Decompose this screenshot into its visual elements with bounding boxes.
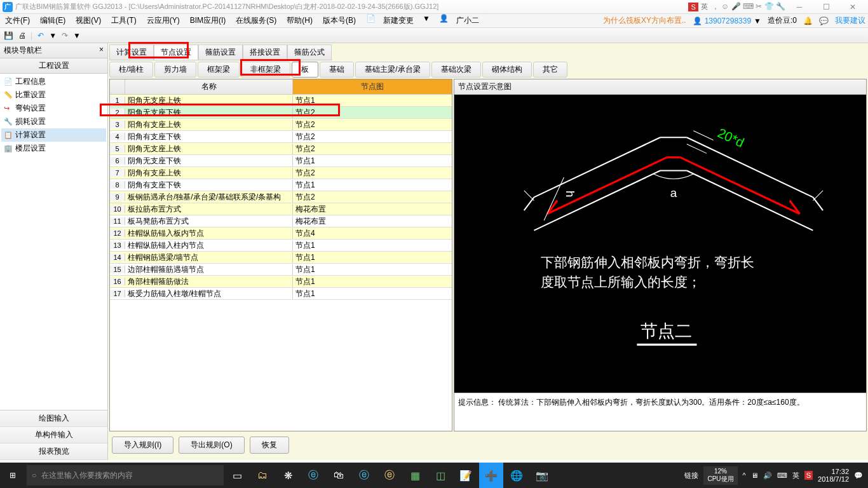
table-row[interactable]: 11板马凳筋布置方式梅花布置: [110, 215, 452, 227]
tray-kb-icon[interactable]: ⌨: [777, 471, 787, 480]
table-row[interactable]: 9板钢筋遇承台/独基/承台梁/基础联系梁/条基构节点2: [110, 191, 452, 203]
clock[interactable]: 17:32 2018/7/12: [818, 468, 849, 483]
suggest-link[interactable]: 我要建议: [835, 15, 865, 26]
import-button[interactable]: 导入规则(I): [112, 437, 173, 454]
row-node[interactable]: 节点2: [293, 168, 452, 179]
menu-help[interactable]: 帮助(H): [284, 14, 315, 27]
table-row[interactable]: 10板拉筋布置方式梅花布置: [110, 203, 452, 215]
row-node[interactable]: 节点4: [293, 228, 452, 239]
tab-lap-settings[interactable]: 搭接设置: [243, 44, 287, 60]
explorer-icon[interactable]: 🗂: [250, 463, 275, 488]
start-button[interactable]: ⊞: [0, 463, 25, 488]
table-row[interactable]: 17板受力筋锚入柱墩/柱帽节点节点1: [110, 288, 452, 300]
app-icon-2[interactable]: ▦: [403, 463, 427, 488]
sidebar-btn-report[interactable]: 报表预览: [0, 444, 107, 460]
row-node[interactable]: 节点1: [293, 276, 452, 287]
menu-edit[interactable]: 编辑(E): [37, 14, 68, 27]
sidebar-close-icon[interactable]: ×: [99, 45, 104, 56]
row-node[interactable]: 节点1: [293, 156, 452, 166]
menu-version[interactable]: 版本号(B): [320, 14, 358, 27]
tab-masonry[interactable]: 砌体结构: [482, 62, 532, 78]
print-icon[interactable]: 🖨: [17, 30, 28, 41]
maximize-button[interactable]: ☐: [813, 1, 839, 13]
tab-other[interactable]: 其它: [533, 62, 567, 78]
table-row[interactable]: 14柱帽钢筋遇梁/墙节点节点1: [110, 252, 452, 264]
row-node[interactable]: 节点1: [293, 288, 452, 299]
row-node[interactable]: 节点2: [293, 132, 452, 142]
row-node[interactable]: 梅花布置: [293, 204, 452, 215]
tab-frame-beam[interactable]: 框架梁: [198, 62, 240, 78]
row-node[interactable]: 节点2: [293, 144, 452, 154]
minimize-button[interactable]: ─: [787, 1, 812, 13]
table-row[interactable]: 16角部柱帽箍筋做法节点1: [110, 276, 452, 288]
menu-view[interactable]: 视图(V): [73, 14, 104, 27]
tab-stirrup-settings[interactable]: 箍筋设置: [198, 44, 243, 60]
menu-cloud[interactable]: 云应用(Y): [144, 14, 182, 27]
tab-foundation-beam[interactable]: 基础主梁/承台梁: [355, 62, 430, 78]
table-row[interactable]: 12柱帽纵筋锚入板内节点节点4: [110, 227, 452, 240]
row-node[interactable]: 节点1: [293, 240, 452, 251]
row-node[interactable]: 节点2: [293, 192, 452, 203]
link-text[interactable]: 链接: [684, 471, 698, 480]
redo-icon[interactable]: ↷: [59, 30, 71, 41]
user-small[interactable]: 广小二: [454, 14, 482, 27]
phone-number[interactable]: 13907298339: [705, 17, 751, 25]
tree-item-project-info[interactable]: 📄工程信息: [1, 75, 106, 88]
table-row[interactable]: 4阳角有支座下铁节点2: [110, 131, 452, 143]
task-view-icon[interactable]: ▭: [225, 463, 249, 488]
cpu-meter[interactable]: 12% CPU使用: [703, 466, 737, 485]
tray-lang[interactable]: 英: [792, 471, 799, 480]
sidebar-btn-draw[interactable]: 绘图输入: [0, 410, 107, 427]
row-node[interactable]: 节点1: [293, 252, 452, 263]
save-icon[interactable]: 💾: [3, 30, 14, 41]
edge-icon[interactable]: ⓔ: [352, 463, 376, 488]
table-row[interactable]: 6阴角无支座下铁节点1: [110, 155, 452, 167]
chat-icon[interactable]: 💬: [819, 17, 829, 25]
search-box[interactable]: ○ 在这里输入你要搜索的内容: [27, 465, 224, 485]
ie2-icon[interactable]: ⓔ: [377, 463, 402, 488]
row-node[interactable]: 节点1: [293, 264, 452, 275]
store-icon[interactable]: 🛍: [327, 463, 351, 488]
menu-file[interactable]: 文件(F): [3, 14, 32, 27]
row-node[interactable]: 节点1: [293, 180, 452, 191]
table-row[interactable]: 8阴角有支座下铁节点1: [110, 179, 452, 191]
table-row[interactable]: 15边部柱帽箍筋遇墙节点节点1: [110, 264, 452, 276]
row-node[interactable]: 梅花布置: [293, 216, 452, 227]
notice-link[interactable]: 为什么筏板XY方向布置..: [603, 15, 686, 26]
tab-stirrup-formula[interactable]: 箍筋公式: [287, 44, 332, 60]
table-row[interactable]: 13柱帽纵筋锚入柱内节点节点1: [110, 240, 452, 252]
menu-new-change[interactable]: 新建变更: [381, 14, 416, 27]
tab-foundation-sub[interactable]: 基础次梁: [431, 62, 481, 78]
tab-foundation[interactable]: 基础: [320, 62, 354, 78]
menu-tools[interactable]: 工具(T): [109, 14, 139, 27]
tray-sound-icon[interactable]: 🔊: [763, 471, 772, 480]
restore-button[interactable]: 恢复: [250, 437, 289, 454]
tree-item-hook[interactable]: ↪弯钩设置: [1, 102, 106, 115]
bell-icon[interactable]: 🔔: [803, 17, 813, 25]
tree-item-weight[interactable]: 📏比重设置: [1, 88, 106, 102]
ime-icons[interactable]: ， ☺ 🎤 ⌨ ✂ 👕 🔧: [712, 1, 785, 12]
close-button[interactable]: ✕: [840, 1, 865, 13]
ie-icon[interactable]: ⓔ: [301, 463, 325, 488]
tray-monitor-icon[interactable]: 🖥: [751, 471, 758, 479]
menu-bim[interactable]: BIM应用(I): [187, 14, 229, 27]
app-icon-1[interactable]: ❋: [276, 463, 300, 488]
tray-up-icon[interactable]: ^: [743, 471, 746, 479]
app-icon-4[interactable]: 📝: [454, 463, 478, 488]
tree-item-floor[interactable]: 🏢楼层设置: [1, 142, 106, 155]
app-icon-5[interactable]: ➕: [479, 463, 503, 488]
undo-icon[interactable]: ↶: [35, 30, 46, 41]
tree-item-loss[interactable]: 🔧损耗设置: [1, 115, 106, 128]
ime-indicator[interactable]: S: [688, 3, 698, 11]
ime-lang[interactable]: 英: [701, 2, 708, 11]
tree-item-calc[interactable]: 📋计算设置: [1, 128, 106, 142]
tab-shearwall[interactable]: 剪力墙: [154, 62, 196, 78]
table-row[interactable]: 3阳角有支座上铁节点2: [110, 119, 452, 131]
row-node[interactable]: 节点2: [293, 119, 452, 130]
sidebar-btn-single[interactable]: 单构件输入: [0, 427, 107, 444]
export-button[interactable]: 导出规则(O): [179, 437, 244, 454]
menu-online[interactable]: 在线服务(S): [233, 14, 279, 27]
app-icon-6[interactable]: 🌐: [505, 463, 529, 488]
table-row[interactable]: 7阴角有支座上铁节点2: [110, 167, 452, 179]
tab-column[interactable]: 柱/墙柱: [109, 62, 153, 78]
